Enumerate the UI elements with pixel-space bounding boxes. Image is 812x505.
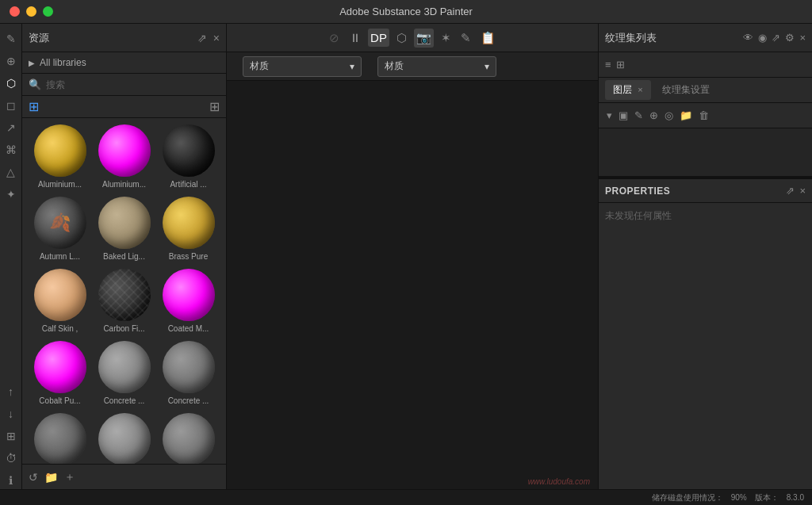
material-item-coated[interactable]: Coated M... [157, 266, 220, 336]
tab-texture-settings[interactable]: 纹理集设置 [654, 80, 718, 100]
panel-popout-icon[interactable]: ⇗ [197, 32, 207, 44]
material-item-aluminium2[interactable]: Aluminium... [93, 121, 155, 192]
material-item-calfskin[interactable]: Calf Skin , [29, 266, 91, 336]
tool-fill[interactable]: ⌘ [2, 141, 20, 159]
layer-mask-icon[interactable]: ▣ [617, 108, 630, 123]
layers-tabs-row: 图层 × 纹理集设置 [599, 78, 812, 103]
viewport-content: 材质 ▾ 材质 ▾ [227, 52, 598, 489]
all-libraries-row[interactable]: ▶ All libraries [29, 57, 220, 68]
version-label: 版本： [755, 492, 779, 503]
status-bar: 储存磁盘使用情况： 90% 版本： 8.3.0 [0, 489, 812, 505]
texture-gear-icon[interactable]: ⚙ [785, 32, 795, 44]
layers-toolbar: ▾ ▣ ✎ ⊕ ◎ 📁 🗑 [599, 103, 812, 128]
material-item-brass[interactable]: Brass Pure [157, 193, 220, 264]
layer-edit-icon[interactable]: ✎ [633, 108, 645, 123]
material-item-concrete5[interactable]: Concrete ... [157, 410, 220, 464]
close-button[interactable] [10, 6, 20, 17]
tab-layers-close[interactable]: × [638, 85, 642, 94]
window-controls [10, 6, 53, 17]
material-item-concrete2[interactable]: Concrete ... [157, 338, 220, 408]
tool-eraser[interactable]: ◻ [2, 97, 20, 114]
tp-tools-icon[interactable]: ⊞ [616, 59, 625, 71]
properties-close-icon[interactable]: × [799, 185, 806, 197]
tool-text[interactable]: ✦ [2, 186, 20, 203]
tp-filter-icon[interactable]: ≡ [605, 59, 611, 71]
tool-settings[interactable]: ⊞ [2, 427, 20, 445]
assets-panel-header: 资源 ⇗ × [22, 24, 226, 52]
add-icon[interactable]: ＋ [64, 470, 75, 484]
assets-toolbar-row: ⊞ ⊞ [22, 96, 226, 118]
material-select-2[interactable]: 材质 ▾ [377, 56, 496, 77]
vp-3d-icon[interactable]: ⬡ [394, 29, 409, 48]
folder-icon[interactable]: 📁 [44, 471, 58, 484]
panel-close-icon[interactable]: × [213, 32, 220, 44]
assets-panel-title: 资源 [29, 31, 49, 45]
material-item-concrete3[interactable]: Concrete ... [29, 410, 91, 464]
material-thumb-cobalt [34, 341, 86, 393]
tool-brush[interactable]: ⬡ [2, 75, 20, 92]
material-thumb-artificial [163, 124, 215, 177]
viewport-canvas[interactable] [227, 81, 598, 489]
vp-light-icon[interactable]: ✶ [439, 29, 454, 48]
texture-eye2-icon[interactable]: ◉ [758, 32, 767, 44]
layer-delete-icon[interactable]: 🗑 [697, 108, 710, 123]
layer-view-icon[interactable]: ◎ [663, 108, 675, 123]
tool-timer[interactable]: ⏱ [2, 450, 20, 467]
properties-empty-label: 未发现任何属性 [605, 210, 672, 221]
layer-fx-icon[interactable]: ⊕ [648, 108, 660, 123]
vp-camera-icon[interactable]: 📷 [414, 29, 434, 48]
tool-geometry[interactable]: △ [2, 163, 20, 181]
material-selectors: 材质 ▾ 材质 ▾ [227, 52, 598, 81]
search-input[interactable] [46, 79, 220, 90]
material-thumb-autumn [34, 197, 86, 249]
material-label-cobalt: Cobalt Pu... [33, 396, 88, 405]
vp-pause-icon[interactable]: ⏸ [347, 29, 363, 47]
texture-popout-icon[interactable]: ⇗ [772, 32, 780, 44]
vp-info-icon[interactable]: 📋 [478, 29, 498, 48]
filter-icon[interactable]: ⊞ [29, 99, 39, 114]
assets-panel-bottom: ↺ 📁 ＋ [22, 464, 226, 489]
tools-sidebar: ✎ ⊕ ⬡ ◻ ↗ ⌘ △ ✦ ↑ ↓ ⊞ ⏱ ℹ [0, 24, 22, 489]
material-thumb-concrete1 [98, 341, 151, 393]
material-item-carbon[interactable]: Carbon Fi... [93, 266, 155, 336]
tool-export[interactable]: ↓ [2, 405, 20, 423]
material-label-baked: Baked Lig... [97, 252, 152, 261]
grid-view-icon[interactable]: ⊞ [209, 99, 220, 114]
texture-eye-icon[interactable]: 👁 [743, 32, 753, 44]
layer-folder-icon[interactable]: 📁 [678, 108, 694, 123]
material-select-1[interactable]: 材质 ▾ [243, 56, 362, 77]
layer-chevron-down[interactable]: ▾ [605, 108, 614, 123]
properties-icons: ⇗ × [786, 185, 806, 197]
tool-info[interactable]: ℹ [2, 472, 20, 489]
properties-popout-icon[interactable]: ⇗ [786, 185, 795, 197]
tool-paint[interactable]: ✎ [2, 30, 20, 48]
layers-content [599, 128, 812, 176]
material-item-concrete1[interactable]: Concrete ... [93, 338, 155, 408]
texture-panel-header: 纹理集列表 👁 ◉ ⇗ ⚙ × [599, 24, 812, 52]
material-thumb-baked [98, 197, 151, 249]
material-item-autumn[interactable]: Autumn L... [29, 193, 91, 264]
refresh-icon[interactable]: ↺ [29, 471, 38, 484]
properties-header: PROPERTIES ⇗ × [599, 178, 812, 203]
tool-smudge[interactable]: ↗ [2, 119, 20, 136]
material-item-cobalt[interactable]: Cobalt Pu... [29, 338, 91, 408]
texture-close-icon[interactable]: × [799, 32, 806, 44]
maximize-button[interactable] [43, 6, 53, 17]
chevron-icon: ▶ [29, 59, 35, 67]
material-item-baked[interactable]: Baked Lig... [93, 193, 155, 264]
tool-select[interactable]: ⊕ [2, 52, 20, 70]
storage-value: 90% [731, 493, 747, 502]
vp-display-icon[interactable]: DP [368, 29, 389, 47]
tab-layers[interactable]: 图层 × [605, 80, 651, 100]
material-item-concrete4[interactable]: Concrete ... [93, 410, 155, 464]
material-item-aluminium1[interactable]: Aluminium... [29, 121, 91, 192]
material-item-artificial[interactable]: Artificial ... [157, 121, 220, 192]
material-thumb-aluminium2 [98, 124, 151, 177]
properties-panel: PROPERTIES ⇗ × 未发现任何属性 [599, 178, 812, 489]
tool-import[interactable]: ↑ [2, 383, 20, 400]
material-thumb-carbon [98, 269, 151, 321]
texture-panel-title: 纹理集列表 [605, 31, 657, 45]
vp-pen-icon[interactable]: ✎ [458, 29, 473, 48]
vp-cursor-icon[interactable]: ⊘ [327, 29, 342, 48]
minimize-button[interactable] [26, 6, 36, 17]
